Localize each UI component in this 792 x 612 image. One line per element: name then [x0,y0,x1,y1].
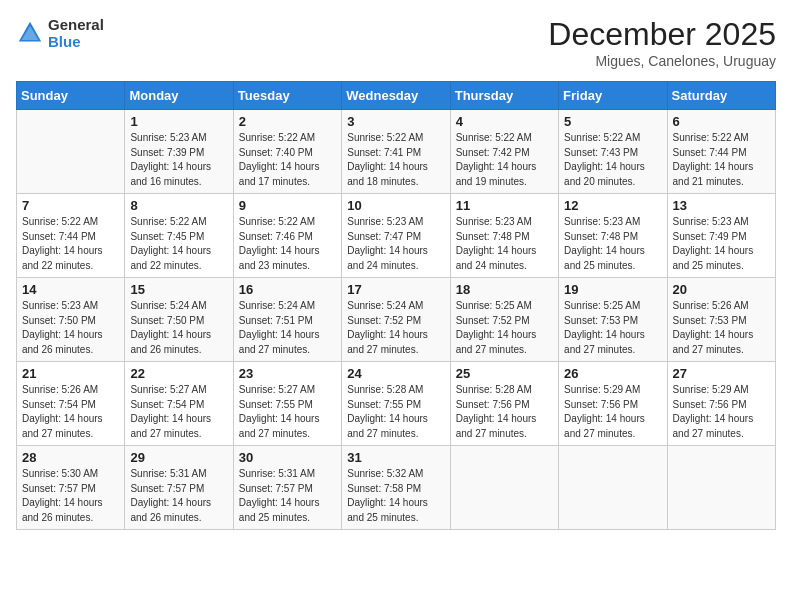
day-number: 18 [456,282,553,297]
calendar-cell: 15Sunrise: 5:24 AM Sunset: 7:50 PM Dayli… [125,278,233,362]
day-info: Sunrise: 5:28 AM Sunset: 7:55 PM Dayligh… [347,383,444,441]
day-info: Sunrise: 5:22 AM Sunset: 7:41 PM Dayligh… [347,131,444,189]
calendar-cell: 21Sunrise: 5:26 AM Sunset: 7:54 PM Dayli… [17,362,125,446]
logo: General Blue [16,16,104,50]
day-info: Sunrise: 5:23 AM Sunset: 7:49 PM Dayligh… [673,215,770,273]
calendar-cell: 18Sunrise: 5:25 AM Sunset: 7:52 PM Dayli… [450,278,558,362]
calendar-cell: 26Sunrise: 5:29 AM Sunset: 7:56 PM Dayli… [559,362,667,446]
day-number: 28 [22,450,119,465]
day-number: 21 [22,366,119,381]
calendar-cell: 29Sunrise: 5:31 AM Sunset: 7:57 PM Dayli… [125,446,233,530]
day-number: 3 [347,114,444,129]
day-info: Sunrise: 5:29 AM Sunset: 7:56 PM Dayligh… [673,383,770,441]
calendar-cell [667,446,775,530]
calendar-cell: 16Sunrise: 5:24 AM Sunset: 7:51 PM Dayli… [233,278,341,362]
header-monday: Monday [125,82,233,110]
day-number: 22 [130,366,227,381]
calendar-cell: 27Sunrise: 5:29 AM Sunset: 7:56 PM Dayli… [667,362,775,446]
calendar-cell: 19Sunrise: 5:25 AM Sunset: 7:53 PM Dayli… [559,278,667,362]
day-number: 26 [564,366,661,381]
day-number: 23 [239,366,336,381]
calendar-cell: 5Sunrise: 5:22 AM Sunset: 7:43 PM Daylig… [559,110,667,194]
header-friday: Friday [559,82,667,110]
day-info: Sunrise: 5:30 AM Sunset: 7:57 PM Dayligh… [22,467,119,525]
day-info: Sunrise: 5:23 AM Sunset: 7:50 PM Dayligh… [22,299,119,357]
calendar-cell: 13Sunrise: 5:23 AM Sunset: 7:49 PM Dayli… [667,194,775,278]
calendar-cell: 7Sunrise: 5:22 AM Sunset: 7:44 PM Daylig… [17,194,125,278]
day-info: Sunrise: 5:31 AM Sunset: 7:57 PM Dayligh… [130,467,227,525]
page-header: General Blue December 2025 Migues, Canel… [16,16,776,69]
header-saturday: Saturday [667,82,775,110]
header-wednesday: Wednesday [342,82,450,110]
day-number: 20 [673,282,770,297]
day-info: Sunrise: 5:29 AM Sunset: 7:56 PM Dayligh… [564,383,661,441]
day-number: 24 [347,366,444,381]
day-number: 11 [456,198,553,213]
day-number: 25 [456,366,553,381]
calendar-cell: 31Sunrise: 5:32 AM Sunset: 7:58 PM Dayli… [342,446,450,530]
calendar-cell: 1Sunrise: 5:23 AM Sunset: 7:39 PM Daylig… [125,110,233,194]
day-number: 29 [130,450,227,465]
day-info: Sunrise: 5:25 AM Sunset: 7:53 PM Dayligh… [564,299,661,357]
calendar-cell: 11Sunrise: 5:23 AM Sunset: 7:48 PM Dayli… [450,194,558,278]
calendar-cell: 12Sunrise: 5:23 AM Sunset: 7:48 PM Dayli… [559,194,667,278]
day-number: 4 [456,114,553,129]
calendar-cell [17,110,125,194]
calendar-cell: 24Sunrise: 5:28 AM Sunset: 7:55 PM Dayli… [342,362,450,446]
calendar-cell: 6Sunrise: 5:22 AM Sunset: 7:44 PM Daylig… [667,110,775,194]
logo-icon [16,19,44,47]
day-number: 14 [22,282,119,297]
calendar-cell: 23Sunrise: 5:27 AM Sunset: 7:55 PM Dayli… [233,362,341,446]
day-number: 12 [564,198,661,213]
day-number: 8 [130,198,227,213]
day-number: 15 [130,282,227,297]
day-info: Sunrise: 5:22 AM Sunset: 7:44 PM Dayligh… [673,131,770,189]
header-thursday: Thursday [450,82,558,110]
day-info: Sunrise: 5:22 AM Sunset: 7:42 PM Dayligh… [456,131,553,189]
calendar-cell: 8Sunrise: 5:22 AM Sunset: 7:45 PM Daylig… [125,194,233,278]
calendar-week-2: 7Sunrise: 5:22 AM Sunset: 7:44 PM Daylig… [17,194,776,278]
day-number: 17 [347,282,444,297]
day-info: Sunrise: 5:26 AM Sunset: 7:53 PM Dayligh… [673,299,770,357]
calendar-table: SundayMondayTuesdayWednesdayThursdayFrid… [16,81,776,530]
day-info: Sunrise: 5:24 AM Sunset: 7:51 PM Dayligh… [239,299,336,357]
calendar-cell: 3Sunrise: 5:22 AM Sunset: 7:41 PM Daylig… [342,110,450,194]
day-info: Sunrise: 5:24 AM Sunset: 7:52 PM Dayligh… [347,299,444,357]
calendar-cell: 9Sunrise: 5:22 AM Sunset: 7:46 PM Daylig… [233,194,341,278]
calendar-cell: 30Sunrise: 5:31 AM Sunset: 7:57 PM Dayli… [233,446,341,530]
day-number: 9 [239,198,336,213]
day-info: Sunrise: 5:24 AM Sunset: 7:50 PM Dayligh… [130,299,227,357]
calendar-cell: 20Sunrise: 5:26 AM Sunset: 7:53 PM Dayli… [667,278,775,362]
day-number: 13 [673,198,770,213]
day-number: 5 [564,114,661,129]
day-number: 31 [347,450,444,465]
calendar-cell: 17Sunrise: 5:24 AM Sunset: 7:52 PM Dayli… [342,278,450,362]
calendar-cell: 10Sunrise: 5:23 AM Sunset: 7:47 PM Dayli… [342,194,450,278]
day-number: 19 [564,282,661,297]
logo-text: General Blue [48,16,104,50]
header-tuesday: Tuesday [233,82,341,110]
calendar-week-1: 1Sunrise: 5:23 AM Sunset: 7:39 PM Daylig… [17,110,776,194]
header-sunday: Sunday [17,82,125,110]
day-info: Sunrise: 5:22 AM Sunset: 7:44 PM Dayligh… [22,215,119,273]
day-info: Sunrise: 5:22 AM Sunset: 7:46 PM Dayligh… [239,215,336,273]
month-title: December 2025 [548,16,776,53]
calendar-week-4: 21Sunrise: 5:26 AM Sunset: 7:54 PM Dayli… [17,362,776,446]
day-info: Sunrise: 5:27 AM Sunset: 7:54 PM Dayligh… [130,383,227,441]
day-number: 2 [239,114,336,129]
calendar-cell: 22Sunrise: 5:27 AM Sunset: 7:54 PM Dayli… [125,362,233,446]
day-info: Sunrise: 5:31 AM Sunset: 7:57 PM Dayligh… [239,467,336,525]
calendar-cell: 2Sunrise: 5:22 AM Sunset: 7:40 PM Daylig… [233,110,341,194]
calendar-body: 1Sunrise: 5:23 AM Sunset: 7:39 PM Daylig… [17,110,776,530]
day-number: 6 [673,114,770,129]
day-info: Sunrise: 5:23 AM Sunset: 7:48 PM Dayligh… [456,215,553,273]
day-info: Sunrise: 5:23 AM Sunset: 7:48 PM Dayligh… [564,215,661,273]
day-number: 27 [673,366,770,381]
title-area: December 2025 Migues, Canelones, Uruguay [548,16,776,69]
location: Migues, Canelones, Uruguay [548,53,776,69]
day-info: Sunrise: 5:22 AM Sunset: 7:43 PM Dayligh… [564,131,661,189]
calendar-cell [559,446,667,530]
day-info: Sunrise: 5:22 AM Sunset: 7:45 PM Dayligh… [130,215,227,273]
day-info: Sunrise: 5:26 AM Sunset: 7:54 PM Dayligh… [22,383,119,441]
calendar-cell: 14Sunrise: 5:23 AM Sunset: 7:50 PM Dayli… [17,278,125,362]
